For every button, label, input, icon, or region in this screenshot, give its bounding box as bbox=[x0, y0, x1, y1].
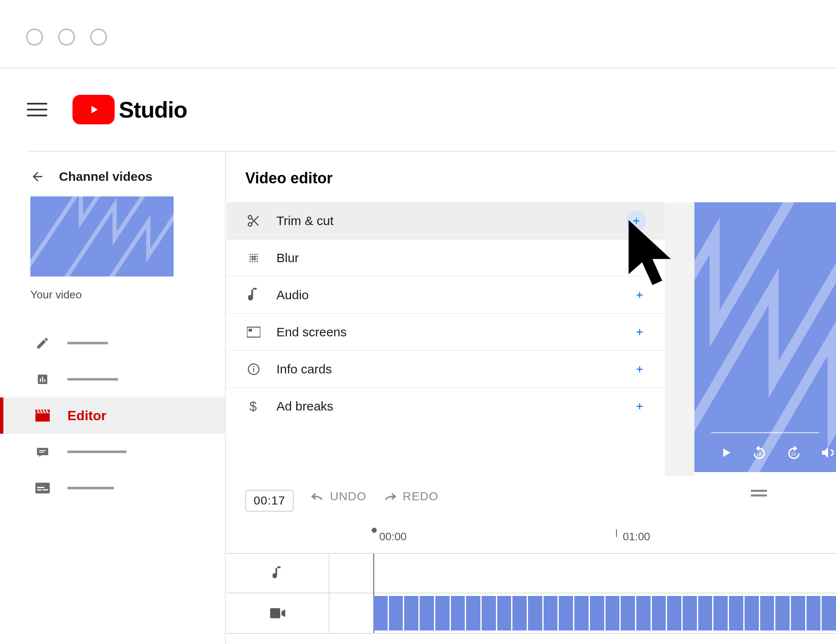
nav-placeholder bbox=[67, 451, 126, 453]
timeline-ruler[interactable]: 00:00 01:00 bbox=[227, 529, 836, 553]
tool-label: Audio bbox=[276, 288, 633, 302]
window-dot[interactable] bbox=[90, 29, 107, 46]
nav-placeholder bbox=[67, 378, 118, 381]
svg-point-20 bbox=[252, 258, 254, 260]
svg-text:10: 10 bbox=[791, 452, 796, 456]
ruler-label: 00:00 bbox=[379, 530, 407, 543]
svg-rect-7 bbox=[43, 489, 48, 491]
add-blur-button[interactable] bbox=[633, 251, 646, 265]
svg-text:10: 10 bbox=[756, 452, 761, 456]
video-track[interactable] bbox=[227, 593, 836, 633]
page-title: Video editor bbox=[227, 151, 836, 202]
tool-label: Trim & cut bbox=[276, 214, 626, 228]
add-adbreak-button[interactable] bbox=[633, 400, 646, 413]
audio-track[interactable] bbox=[227, 554, 836, 593]
svg-point-26 bbox=[257, 260, 258, 262]
volume-button[interactable] bbox=[820, 443, 836, 462]
svg-point-21 bbox=[254, 258, 256, 260]
tool-trim-cut[interactable]: Trim & cut bbox=[227, 202, 665, 239]
nav-placeholder bbox=[67, 487, 114, 489]
app-name: Studio bbox=[119, 97, 187, 123]
svg-point-15 bbox=[249, 256, 251, 257]
redo-label: REDO bbox=[403, 490, 439, 503]
ruler-label: 01:00 bbox=[623, 530, 650, 543]
comments-icon bbox=[35, 444, 51, 460]
endscreen-icon bbox=[245, 327, 262, 338]
pencil-icon bbox=[35, 335, 51, 351]
svg-point-16 bbox=[252, 255, 254, 258]
svg-rect-2 bbox=[40, 378, 41, 382]
sidebar-item-analytics[interactable] bbox=[0, 361, 225, 397]
sidebar-item-details[interactable] bbox=[0, 325, 225, 361]
nav-placeholder bbox=[67, 342, 108, 344]
thumbnail-label: Your video bbox=[30, 288, 195, 301]
tool-endscreens[interactable]: End screens bbox=[227, 314, 665, 351]
svg-point-12 bbox=[252, 253, 253, 255]
tool-audio[interactable]: Audio bbox=[227, 276, 665, 314]
app-logo[interactable]: Studio bbox=[72, 95, 187, 124]
svg-point-9 bbox=[248, 215, 252, 219]
window-dot[interactable] bbox=[26, 29, 43, 46]
forward10-button[interactable]: 10 bbox=[785, 443, 802, 462]
analytics-icon bbox=[35, 371, 51, 387]
window-dot[interactable] bbox=[58, 29, 75, 46]
panel-gap bbox=[665, 202, 694, 476]
youtube-play-icon bbox=[72, 95, 115, 124]
svg-rect-30 bbox=[253, 368, 255, 372]
window-controls bbox=[26, 29, 122, 46]
sidebar-item-editor[interactable]: Editor bbox=[0, 397, 225, 434]
svg-point-25 bbox=[254, 260, 255, 262]
svg-point-22 bbox=[257, 258, 258, 260]
svg-point-19 bbox=[249, 258, 251, 260]
svg-rect-0 bbox=[30, 196, 174, 276]
tool-adbreaks[interactable]: $ Ad breaks bbox=[227, 388, 665, 425]
svg-rect-3 bbox=[42, 377, 43, 382]
current-time-input[interactable]: 00:17 bbox=[245, 490, 294, 512]
music-note-icon bbox=[245, 288, 262, 302]
subtitles-icon bbox=[35, 480, 51, 496]
svg-point-11 bbox=[249, 253, 251, 255]
add-endscreen-button[interactable] bbox=[633, 325, 646, 339]
blur-icon bbox=[245, 252, 262, 264]
scissors-icon bbox=[245, 214, 262, 228]
tool-label: Info cards bbox=[276, 362, 633, 376]
video-clip-blocks[interactable] bbox=[373, 596, 836, 631]
back-to-channel[interactable]: Channel videos bbox=[0, 151, 225, 196]
undo-label: UNDO bbox=[330, 490, 366, 503]
svg-point-17 bbox=[254, 255, 256, 258]
drag-handle-icon[interactable] bbox=[751, 490, 767, 496]
video-preview[interactable]: 10 10 bbox=[694, 202, 836, 472]
dollar-icon: $ bbox=[245, 399, 262, 413]
svg-point-18 bbox=[257, 256, 258, 257]
menu-toggle[interactable] bbox=[27, 103, 47, 116]
svg-rect-28 bbox=[249, 329, 252, 332]
redo-button[interactable]: REDO bbox=[383, 490, 439, 503]
svg-text:$: $ bbox=[249, 399, 257, 413]
preview-progress[interactable] bbox=[711, 432, 819, 433]
svg-point-13 bbox=[254, 253, 255, 255]
svg-point-14 bbox=[257, 253, 258, 255]
back-label: Channel videos bbox=[59, 169, 153, 184]
svg-point-23 bbox=[249, 260, 251, 262]
sidebar-item-subtitles[interactable] bbox=[0, 470, 225, 506]
add-trim-button[interactable] bbox=[626, 211, 646, 231]
video-cam-icon bbox=[227, 593, 330, 633]
add-infocard-button[interactable] bbox=[633, 362, 646, 376]
undo-button[interactable]: UNDO bbox=[311, 490, 366, 503]
tool-panel: Trim & cut Blur Audio bbox=[227, 202, 665, 425]
arrow-back-icon bbox=[30, 169, 45, 184]
tool-infocards[interactable]: Info cards bbox=[227, 351, 665, 388]
sidebar-item-comments[interactable] bbox=[0, 434, 225, 470]
info-icon bbox=[245, 363, 262, 376]
add-audio-button[interactable] bbox=[633, 288, 646, 302]
chrome-divider bbox=[0, 67, 836, 68]
svg-rect-4 bbox=[44, 379, 46, 382]
replay10-button[interactable]: 10 bbox=[751, 443, 768, 462]
video-thumbnail[interactable] bbox=[30, 196, 174, 276]
clapper-icon bbox=[35, 408, 51, 424]
svg-rect-27 bbox=[247, 327, 260, 337]
play-button[interactable] bbox=[718, 443, 733, 462]
ruler-tick bbox=[616, 529, 617, 537]
tool-blur[interactable]: Blur bbox=[227, 239, 665, 276]
tool-label: End screens bbox=[276, 325, 633, 339]
